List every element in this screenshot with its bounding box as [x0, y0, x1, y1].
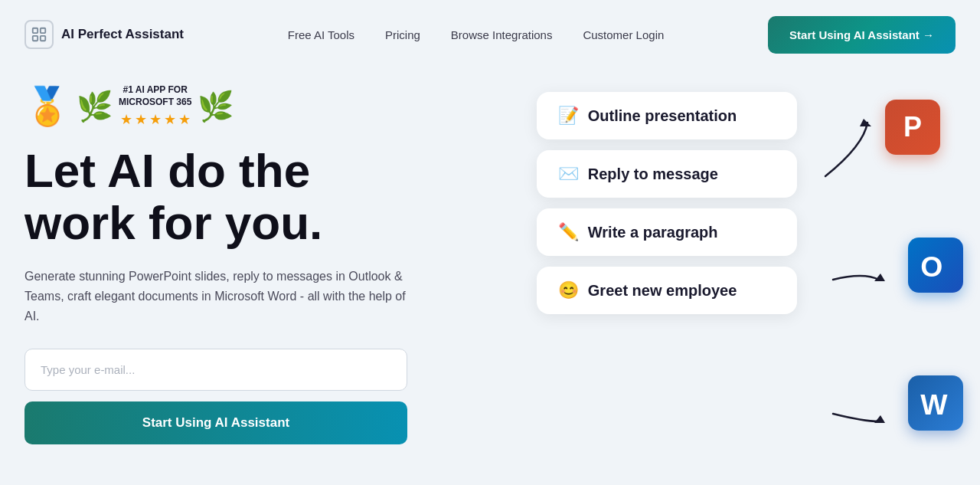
reply-emoji: ✉️ [558, 164, 579, 184]
laurel-right-leaf: 🌿 [198, 90, 234, 123]
hero-description: Generate stunning PowerPoint slides, rep… [24, 267, 423, 327]
badge-line1: #1 AI APP FOR [123, 84, 188, 97]
svg-marker-8 [874, 415, 885, 423]
feature-card-write: ✏️ Write a paragraph [537, 208, 797, 256]
laurel-left: 🏅 [24, 88, 70, 125]
logo-text: AI Perfect Assistant [61, 27, 184, 42]
hero-title: Let AI do the work for you. [24, 145, 537, 249]
greet-emoji: 😊 [558, 280, 579, 300]
outline-label: Outline presentation [588, 107, 737, 125]
hero-title-line1: Let AI do the [24, 144, 310, 197]
word-icon: W [908, 375, 963, 431]
nav-links: Free AI Tools Pricing Browse Integration… [288, 28, 665, 41]
star-3: ★ [149, 111, 162, 128]
outlook-icon: O [908, 238, 963, 293]
badge-line2: MICROSOFT 365 [119, 97, 191, 109]
nav-cta-button[interactable]: Start Using AI Assistant → [768, 16, 956, 54]
hero-cta-button[interactable]: Start Using AI Assistant [24, 401, 407, 444]
stars: ★ ★ ★ ★ ★ [120, 111, 191, 128]
star-2: ★ [135, 111, 147, 128]
star-4: ★ [164, 111, 176, 128]
laurel-left-leaf: 🌿 [77, 90, 113, 123]
feature-cards: 📝 Outline presentation ✉️ Reply to messa… [537, 92, 956, 314]
nav-link-pricing[interactable]: Pricing [385, 28, 420, 41]
svg-text:O: O [920, 251, 942, 282]
arrow-3 [825, 398, 887, 444]
hero-right: 📝 Outline presentation ✉️ Reply to messa… [537, 77, 956, 485]
write-label: Write a paragraph [588, 224, 718, 241]
arrow-1 [818, 115, 879, 184]
hero-title-line2: work for you. [24, 196, 322, 249]
write-emoji: ✏️ [558, 222, 579, 242]
outline-emoji: 📝 [558, 106, 579, 126]
badge-text: #1 AI APP FOR MICROSOFT 365 ★ ★ ★ ★ ★ [119, 84, 191, 128]
logo-icon [24, 20, 54, 49]
email-input[interactable] [24, 349, 407, 391]
hero-left: 🏅 🌿 #1 AI APP FOR MICROSOFT 365 ★ ★ ★ ★ … [24, 77, 537, 485]
navbar: AI Perfect Assistant Free AI Tools Prici… [0, 0, 980, 69]
feature-card-reply: ✉️ Reply to message [537, 150, 797, 198]
star-1: ★ [120, 111, 132, 128]
nav-link-browse-integrations[interactable]: Browse Integrations [451, 28, 553, 41]
svg-rect-0 [33, 28, 38, 33]
svg-rect-1 [41, 28, 45, 33]
greet-label: Greet new employee [588, 282, 737, 300]
svg-rect-3 [41, 36, 45, 41]
reply-label: Reply to message [588, 165, 718, 183]
nav-link-customer-login[interactable]: Customer Login [583, 28, 664, 41]
email-input-wrap [24, 349, 407, 391]
svg-marker-6 [860, 119, 871, 126]
arrow-2 [825, 257, 887, 303]
powerpoint-letter: P [903, 111, 922, 143]
powerpoint-icon: P [885, 100, 940, 155]
main-content: 🏅 🌿 #1 AI APP FOR MICROSOFT 365 ★ ★ ★ ★ … [0, 69, 980, 485]
feature-card-outline: 📝 Outline presentation [537, 92, 797, 139]
svg-rect-2 [33, 36, 38, 41]
logo[interactable]: AI Perfect Assistant [24, 20, 184, 49]
nav-link-free-ai-tools[interactable]: Free AI Tools [288, 28, 354, 41]
star-5: ★ [178, 111, 191, 128]
feature-card-greet: 😊 Greet new employee [537, 267, 797, 314]
award-badge: 🏅 🌿 #1 AI APP FOR MICROSOFT 365 ★ ★ ★ ★ … [24, 84, 537, 128]
svg-text:W: W [920, 388, 948, 420]
